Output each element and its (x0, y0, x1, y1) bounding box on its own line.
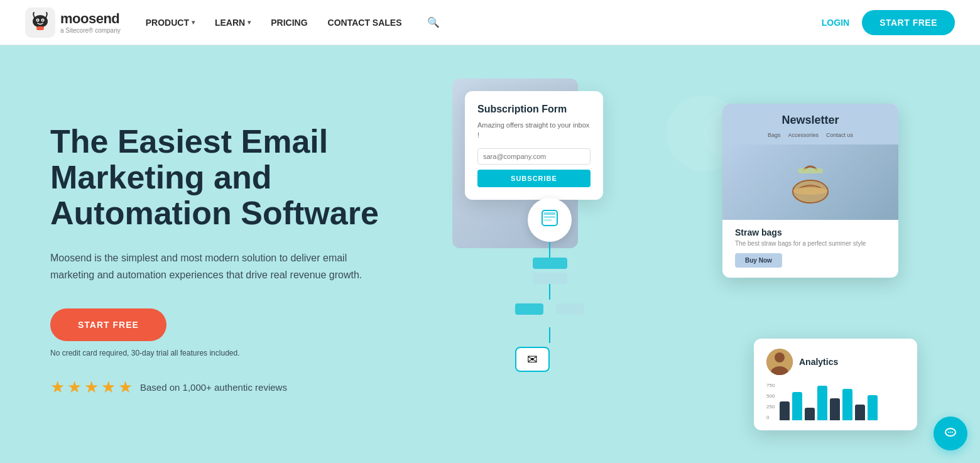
svg-rect-12 (544, 212, 555, 215)
newsletter-card: Newsletter Bags Accessories Contact us (722, 104, 898, 278)
nav-right: LOGIN START FREE (822, 10, 955, 35)
chevron-down-icon: ▾ (248, 19, 251, 26)
chart-bar-6 (855, 405, 865, 420)
flow-small-nodes (515, 258, 584, 284)
chat-button[interactable] (934, 417, 967, 450)
search-icon[interactable]: 🔍 (427, 16, 440, 28)
analytics-bar-chart (780, 383, 878, 420)
hero-title: The Easiest Email Marketing and Automati… (50, 124, 427, 232)
nav-links: PRODUCT ▾ LEARN ▾ PRICING CONTACT SALES … (146, 16, 822, 28)
newsletter-product-name: Straw bags (735, 227, 886, 237)
newsletter-nav: Bags Accessories Contact us (735, 132, 886, 138)
start-free-hero-button[interactable]: START FREE (50, 308, 166, 341)
nav-item-contact-sales[interactable]: CONTACT SALES (328, 18, 402, 28)
basket-illustration (785, 157, 836, 207)
svg-point-16 (775, 352, 785, 362)
hero-left: The Easiest Email Marketing and Automati… (50, 124, 427, 397)
flow-email-icon (541, 209, 558, 231)
analytics-header: Analytics (766, 349, 905, 375)
flow-branch-node-1 (515, 303, 543, 315)
svg-rect-14 (544, 219, 552, 221)
analytics-title: Analytics (799, 357, 838, 367)
flow-node-small-2 (533, 273, 567, 284)
flow-branch-left (515, 303, 543, 315)
newsletter-body: Straw bags The best straw bags for a per… (722, 220, 898, 278)
svg-rect-10 (798, 168, 823, 173)
newsletter-header: Newsletter Bags Accessories Contact us (722, 104, 898, 144)
newsletter-nav-accessories[interactable]: Accessories (788, 132, 819, 138)
svg-rect-6 (36, 26, 44, 30)
svg-point-9 (793, 187, 827, 195)
flow-branch-right (556, 303, 584, 315)
newsletter-product-desc: The best straw bags for a perfect summer… (735, 240, 886, 247)
analytics-chart-area: 750 500 250 0 (766, 383, 905, 420)
nav-item-product[interactable]: PRODUCT ▾ (146, 18, 195, 28)
y-label-750: 750 (766, 383, 775, 388)
newsletter-nav-bags[interactable]: Bags (768, 132, 781, 138)
chart-bar-3 (817, 386, 827, 420)
svg-point-5 (42, 19, 43, 21)
y-label-0: 0 (766, 415, 775, 420)
chart-bar-1 (792, 392, 802, 420)
hero-description: Moosend is the simplest and most modern … (50, 249, 377, 283)
logo-sub: a Sitecore® company (60, 27, 121, 34)
subscription-form-title: Subscription Form (477, 104, 591, 115)
flow-envelope-node: ✉ (515, 347, 550, 372)
flow-node-small-1 (533, 258, 567, 269)
flow-main-node (528, 198, 572, 242)
svg-point-20 (950, 432, 951, 433)
hero-section: The Easiest Email Marketing and Automati… (0, 45, 980, 463)
chevron-down-icon: ▾ (192, 19, 195, 26)
logo[interactable]: moosend a Sitecore® company (25, 8, 121, 38)
hero-stars: ★ ★ ★ ★ ★ Based on 1,000+ authentic revi… (50, 378, 427, 397)
star-4: ★ (101, 378, 116, 397)
chart-bar-2 (805, 408, 815, 420)
flow-line-3 (549, 327, 550, 343)
login-button[interactable]: LOGIN (822, 18, 849, 28)
star-rating: ★ ★ ★ ★ ★ (50, 378, 133, 397)
subscription-subscribe-button[interactable]: SUBSCRIBE (477, 170, 591, 187)
chart-bar-7 (868, 395, 878, 420)
flow-branch-node-2 (556, 303, 584, 315)
newsletter-nav-contact[interactable]: Contact us (826, 132, 853, 138)
logo-icon (25, 8, 55, 38)
flow-branch (515, 303, 584, 315)
chart-bar-5 (842, 389, 852, 420)
chat-icon (943, 426, 958, 441)
analytics-avatar (766, 349, 793, 375)
svg-point-21 (952, 432, 953, 433)
chart-bar-0 (780, 401, 790, 420)
subscription-email-input[interactable] (477, 148, 591, 165)
buy-now-button[interactable]: Buy Now (735, 253, 782, 268)
flow-line-2 (549, 284, 550, 300)
star-5: ★ (118, 378, 133, 397)
chart-y-axis: 750 500 250 0 (766, 383, 777, 420)
svg-point-19 (948, 432, 949, 433)
subscription-form-subtitle: Amazing offers straight to your inbox ! (477, 120, 591, 141)
hero-right: Subscription Form Amazing offers straigh… (427, 72, 930, 449)
hero-disclaimer: No credit card required, 30-day trial al… (50, 349, 427, 357)
reviews-text: Based on 1,000+ authentic reviews (140, 382, 287, 393)
newsletter-product-image (722, 144, 898, 220)
star-1: ★ (50, 378, 65, 397)
logo-brand: moosend (60, 11, 121, 27)
svg-point-4 (37, 19, 38, 21)
automation-flow: ✉ (515, 198, 584, 372)
flow-line-1 (549, 242, 550, 258)
subscription-form-card: Subscription Form Amazing offers straigh… (465, 91, 603, 200)
star-2: ★ (67, 378, 82, 397)
svg-rect-13 (544, 216, 555, 218)
start-free-nav-button[interactable]: START FREE (862, 10, 955, 35)
newsletter-title: Newsletter (735, 114, 886, 127)
nav-item-pricing[interactable]: PRICING (271, 18, 307, 28)
navbar: moosend a Sitecore® company PRODUCT ▾ LE… (0, 0, 980, 45)
y-label-250: 250 (766, 404, 775, 410)
star-3: ★ (84, 378, 99, 397)
y-label-500: 500 (766, 393, 775, 399)
analytics-card: Analytics 750 500 250 0 (754, 339, 917, 430)
logo-text: moosend a Sitecore® company (60, 11, 121, 34)
flow-line-area: ✉ (515, 327, 584, 372)
chart-bar-4 (830, 398, 840, 420)
nav-item-learn[interactable]: LEARN ▾ (215, 18, 251, 28)
